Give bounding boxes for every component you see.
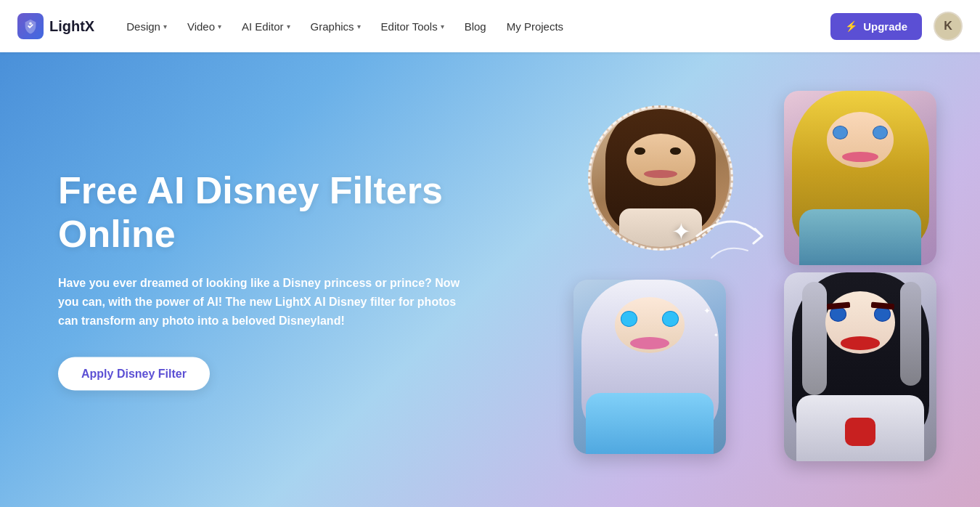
hero-images-collage: ✦ (544, 91, 951, 469)
nav-item-editor-tools[interactable]: Editor Tools ▾ (372, 15, 453, 38)
nav-item-video[interactable]: Video ▾ (179, 15, 230, 38)
chevron-down-icon: ▾ (163, 23, 167, 31)
nav-right: ⚡ Upgrade K (830, 12, 963, 41)
navbar: LightX Design ▾ Video ▾ AI Editor ▾ Grap… (0, 0, 980, 52)
disney-photo-1 (784, 91, 936, 265)
brand-name: LightX (49, 18, 94, 35)
magic-wand-icon: ✦ (671, 218, 691, 246)
chevron-down-icon: ▾ (218, 23, 221, 31)
nav-item-graphics[interactable]: Graphics ▾ (302, 15, 369, 38)
hero-title: Free AI Disney Filters Online (58, 169, 508, 256)
disney-photo-3 (784, 272, 936, 461)
hero-content: Free AI Disney Filters Online Have you e… (58, 169, 508, 391)
chevron-down-icon: ▾ (441, 23, 444, 31)
nav-links: Design ▾ Video ▾ AI Editor ▾ Graphics ▾ … (118, 15, 830, 38)
disney-photo-2: ✦ ✦ (573, 280, 726, 454)
svg-point-0 (29, 23, 32, 25)
lightning-icon: ⚡ (845, 20, 857, 32)
chevron-down-icon: ▾ (287, 23, 290, 31)
nav-item-blog[interactable]: Blog (456, 15, 495, 38)
nav-item-design[interactable]: Design ▾ (118, 15, 176, 38)
hero-description: Have you ever dreamed of looking like a … (58, 273, 479, 330)
nav-item-ai-editor[interactable]: AI Editor ▾ (233, 15, 299, 38)
chevron-down-icon: ▾ (357, 23, 361, 31)
logo-icon (17, 13, 44, 39)
upgrade-button[interactable]: ⚡ Upgrade (830, 13, 922, 40)
hero-section: Free AI Disney Filters Online Have you e… (0, 52, 980, 507)
logo-link[interactable]: LightX (17, 13, 94, 39)
nav-item-my-projects[interactable]: My Projects (498, 15, 572, 38)
transform-arrow (690, 200, 777, 272)
apply-disney-filter-button[interactable]: Apply Disney Filter (58, 357, 210, 390)
user-avatar[interactable]: K (934, 12, 963, 41)
